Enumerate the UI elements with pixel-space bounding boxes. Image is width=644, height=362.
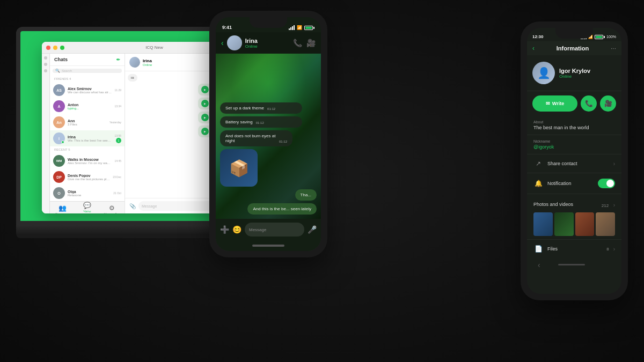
nav-chats[interactable]: 💬 Чаты 2+ [75,202,99,213]
phone-msg-sent-1: Tha... [295,189,317,201]
search-field[interactable]: 🔍 Search [53,69,122,73]
about-section: About The best man in the world [527,116,621,135]
phone-msg-eyes: And does not burn eyes at night 01:12 [220,130,292,146]
info-actions: ✉ Write 📞 🎥 [527,91,621,116]
contact-item-olga[interactable]: O Olga Relaxone 21 Oct [50,185,125,201]
add-icon[interactable]: ➕ [220,225,229,234]
signal-bar-3 [292,26,293,30]
info-title: Information [538,45,608,51]
contact-time-irina: 13:55 [114,134,121,137]
phone-video-icon[interactable]: 🎥 [306,39,316,47]
bottom-home-indicator [558,264,585,265]
avatar-olga: O [53,187,65,199]
contact-item-denis[interactable]: DP Denis Popov Give me the last pictures… [50,169,125,185]
wifi-icon: 📶 [297,25,302,30]
info-user-name: Igor Krylov [559,68,590,74]
phone1-contact-info: Irina Online [245,38,258,49]
battery-fill [305,27,312,29]
phone2-bottom-bar: ‹ [527,258,621,271]
video-button[interactable]: 🎥 [600,95,616,112]
contact-info-denis: Denis Popov Give me the last pictures pl… [68,174,110,181]
avatar-walks: WM [53,155,65,167]
chat-contact-avatar [129,57,140,68]
play-btn-2[interactable]: ▶ [201,100,209,107]
sticker-emoji: 📦 [229,159,249,178]
play-btn-4[interactable]: ▶ [201,128,209,135]
phone1-input-field[interactable]: Message [245,223,304,237]
photos-grid [533,212,615,236]
contact-item-alex[interactable]: AS Alex Smirnov We can discuss what has … [50,82,125,98]
sidebar-dot-3 [44,69,47,72]
phone1-contact-name: Irina [245,38,258,44]
photos-chevron: › [613,202,615,208]
back-button-1[interactable]: ‹ [221,39,224,47]
play-btn-1[interactable]: ▶ [201,86,209,93]
photo-thumb-3[interactable] [575,212,595,236]
contact-name-ann: Ann [68,119,107,123]
msg-text-battery: Battery saving [225,120,253,124]
phone1-contact-status: Online [245,44,258,49]
photo-thumb-2[interactable] [554,212,574,236]
phone2-frame: 12:30 📶 [521,21,628,300]
nav-contacts[interactable]: 👥 Контакты [50,204,75,214]
contact-item-anton[interactable]: A Anton typing... 13:34 [50,98,125,114]
nav-settings[interactable]: ⚙ Настройки [100,204,125,214]
photo-thumb-1[interactable] [533,212,553,236]
about-value: The best man in the world [533,125,615,130]
search-icon: 🔍 [55,69,60,73]
chat-contact-name: Irina [143,58,152,63]
files-row[interactable]: 📄 Files 8 › [527,240,621,258]
info-user-details: Igor Krylov Online [559,68,590,79]
photos-count: 212 [602,203,609,208]
notification-row[interactable]: 🔔 Notification [527,173,621,194]
files-icon: 📄 [533,245,543,253]
video-icon: 🎥 [604,100,612,107]
minimize-dot[interactable] [53,46,57,50]
contact-msg-denis: Give me the last pictures please [68,178,110,181]
msg-text-sent-2: And this is the be... seen lately [253,206,311,211]
contact-time-denis: 23 Dec [113,175,121,179]
phone-call-icon[interactable]: 📞 [293,39,302,47]
group-recent-label: RECENT 5 [50,146,125,153]
info-user-avatar: 👤 [532,62,555,84]
contact-info-ann: Ann 3 Files [68,119,107,126]
share-contact-row[interactable]: ↗ Share contact › [527,154,621,173]
avatar-denis: DP [53,171,65,183]
input-placeholder: Message [142,204,157,208]
sticker-icon[interactable]: 😊 [232,225,241,234]
phone2-back-nav[interactable]: ‹ [538,261,540,269]
info-more-button[interactable]: ··· [611,45,616,52]
nickname-label: Nickname [533,139,615,143]
play-btn-3[interactable]: ▶ [201,114,209,121]
call-button[interactable]: 📞 [581,95,597,112]
avatar-anton: A [53,100,65,112]
mic-icon-phone1[interactable]: 🎤 [308,225,317,234]
attach-icon[interactable]: 📎 [129,203,136,209]
msg-time-1: 01:12 [267,107,275,110]
edit-icon[interactable]: ✏ [116,57,120,62]
contact-time-olga: 21 Oct [113,191,121,195]
nav-chats-label: Чаты [83,210,91,213]
photo-thumb-4[interactable] [596,212,615,236]
chat-msg-1: Hi [128,74,137,82]
battery-icon-2 [595,35,605,39]
contact-info-olga: Olga Relaxone [68,190,111,197]
notification-toggle[interactable] [598,179,615,188]
search-placeholder: Search [62,69,72,72]
phone1-frame: 9:41 📶 [209,11,327,257]
contact-item-walks[interactable]: WM Walks in Moscow Alex Smirnov: I'm on … [50,153,125,169]
phone1-input-bar: ➕ 😊 Message 🎤 [216,219,321,240]
maximize-dot[interactable] [60,46,64,50]
group-friends-label: FRIENDS 4 [50,76,125,82]
contact-item-ann[interactable]: An Ann 3 Files Yesterday [50,114,125,130]
info-back-button[interactable]: ‹ [532,45,535,52]
phone1-status-icons: 📶 [289,21,314,30]
phone1-home-bar [216,240,321,251]
online-indicator [61,141,64,144]
contact-item-irina[interactable]: I Irina We: This is the best I've seen l… [50,130,125,146]
write-button[interactable]: ✉ Write [532,95,577,112]
phone2-time: 12:30 [532,30,543,39]
close-dot[interactable] [46,46,50,50]
battery-body-2 [595,35,603,39]
call-icon: 📞 [585,100,593,107]
